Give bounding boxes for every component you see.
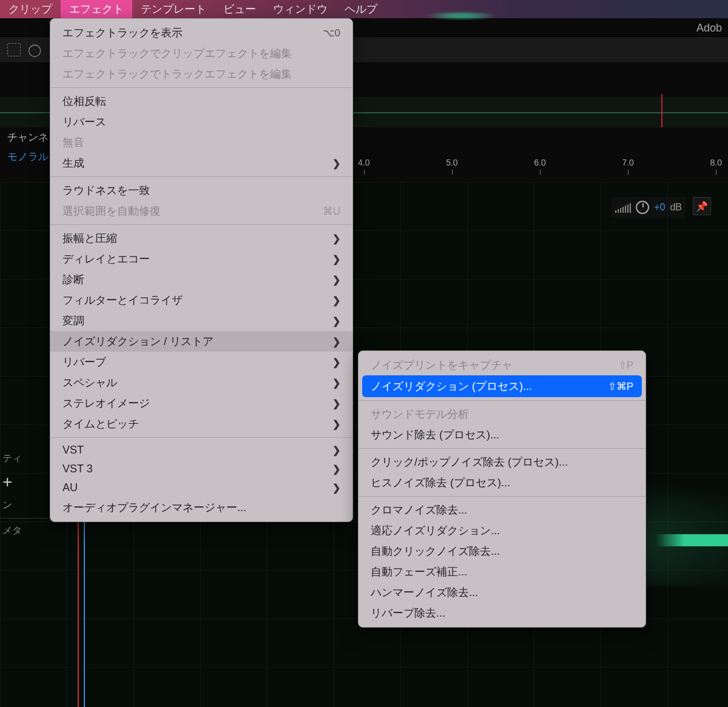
- chevron-right-icon: ❯: [332, 158, 340, 169]
- effect-menu-item[interactable]: 変調❯: [50, 310, 352, 331]
- effect-menu-item[interactable]: VST❯: [50, 441, 352, 460]
- menu-window[interactable]: ウィンドウ: [265, 0, 336, 19]
- effect-menu-item[interactable]: リバーブ❯: [50, 352, 352, 372]
- effect-menu-item: エフェクトラックでトラックエフェクトを編集: [50, 64, 352, 84]
- overview-playhead[interactable]: [661, 94, 662, 127]
- noise-reduction-menu-item[interactable]: クリック/ポップノイズ除去 (プロセス)...: [359, 452, 645, 472]
- menu-view[interactable]: ビュー: [215, 0, 265, 19]
- effect-menu-item: エフェクトラックでクリップエフェクトを編集: [50, 43, 352, 64]
- menu-separator: [359, 400, 645, 401]
- timeline-tick: 5.0: [446, 158, 457, 167]
- waveform-overview-content: [425, 11, 497, 21]
- menu-item-shortcut: ⌥0: [323, 27, 340, 39]
- chevron-right-icon: ❯: [332, 377, 340, 389]
- noise-reduction-menu-item[interactable]: ヒスノイズ除去 (プロセス)...: [359, 472, 645, 493]
- effect-menu-item[interactable]: エフェクトラックを表示⌥0: [50, 22, 352, 43]
- menu-item-label: 位相反転: [62, 94, 106, 109]
- effect-menu-item[interactable]: VST 3❯: [50, 460, 352, 478]
- channel-label: チャンネ: [7, 130, 49, 144]
- clock-icon: [636, 201, 649, 214]
- effect-menu-item[interactable]: スペシャル❯: [50, 372, 352, 393]
- menu-item-label: エフェクトラックを表示: [62, 25, 183, 40]
- chevron-right-icon: ❯: [332, 274, 340, 286]
- effect-menu-item[interactable]: 診断❯: [50, 269, 352, 290]
- menu-item-label: 選択範囲を自動修復: [62, 204, 161, 218]
- effect-menu-item[interactable]: リバース: [50, 112, 352, 132]
- timeline-tick: 8.0: [710, 158, 722, 167]
- effect-menu-dropdown: エフェクトラックを表示⌥0エフェクトラックでクリップエフェクトを編集エフェクトラ…: [50, 18, 353, 522]
- menu-item-label: スペシャル: [62, 375, 117, 390]
- menu-item-label: ノイズリダクション / リストア: [62, 334, 214, 349]
- menu-item-label: AU: [62, 481, 78, 494]
- menu-separator: [359, 448, 645, 449]
- chevron-right-icon: ❯: [332, 233, 340, 244]
- menu-item-label: リバーブ: [62, 355, 106, 369]
- timeline-tick: 7.0: [622, 158, 633, 167]
- properties-tab[interactable]: ティ: [0, 449, 49, 469]
- effect-menu-item[interactable]: 振幅と圧縮❯: [50, 228, 352, 249]
- nn-label: ン: [0, 495, 49, 515]
- noise-reduction-menu-item[interactable]: クロマノイズ除去...: [359, 500, 645, 520]
- metadata-tab[interactable]: メタ: [0, 521, 49, 541]
- menu-separator: [50, 437, 352, 438]
- menu-item-label: 振幅と圧縮: [62, 231, 117, 246]
- lasso-tool-icon[interactable]: ◯: [28, 42, 41, 57]
- noise-reduction-menu-item: ノイズプリントをキャプチャ⇧P: [359, 355, 645, 375]
- effect-menu-item[interactable]: オーディオプラグインマネージャー...: [50, 497, 352, 518]
- noise-reduction-menu-item[interactable]: 自動クリックノイズ除去...: [359, 541, 645, 561]
- menu-item-label: 適応ノイズリダクション...: [371, 523, 500, 538]
- chevron-right-icon: ❯: [332, 357, 340, 368]
- effect-menu-item[interactable]: AU❯: [50, 478, 352, 497]
- timeline-ruler[interactable]: 4.0 5.0 6.0 7.0 8.0: [352, 152, 728, 173]
- effect-menu-item[interactable]: フィルターとイコライザ❯: [50, 290, 352, 310]
- menu-item-label: ハンマーノイズ除去...: [371, 585, 478, 600]
- effect-menu-item[interactable]: 位相反転: [50, 91, 352, 112]
- menu-item-label: フィルターとイコライザ: [62, 293, 183, 307]
- noise-reduction-menu-item[interactable]: リバーブ除去...: [359, 603, 645, 623]
- chevron-right-icon: ❯: [332, 253, 340, 265]
- effect-menu-item[interactable]: ラウドネスを一致: [50, 180, 352, 201]
- menu-item-label: ヒスノイズ除去 (プロセス)...: [371, 475, 510, 490]
- menu-item-label: リバーブ除去...: [371, 606, 445, 620]
- menu-item-label: 自動クリックノイズ除去...: [371, 544, 500, 558]
- timeline-tick: 6.0: [534, 158, 545, 167]
- effect-menu-item[interactable]: ノイズリダクション / リストア❯: [50, 331, 352, 352]
- noise-reduction-menu-item[interactable]: ノイズリダクション (プロセス)...⇧⌘P: [362, 375, 642, 397]
- marquee-tool-icon[interactable]: [7, 43, 21, 56]
- noise-reduction-menu-item[interactable]: サウンド除去 (プロセス)...: [359, 424, 645, 445]
- effect-menu-item[interactable]: 生成❯: [50, 153, 352, 173]
- menu-clip[interactable]: クリップ: [0, 0, 61, 19]
- menu-item-label: 診断: [62, 272, 84, 287]
- effect-menu-item[interactable]: ディレイとエコー❯: [50, 249, 352, 269]
- waveform-burst: [655, 534, 728, 546]
- mono-label[interactable]: モノラル: [7, 150, 49, 164]
- menu-item-shortcut: ⇧⌘P: [608, 380, 633, 393]
- menu-effect[interactable]: エフェクト: [61, 0, 132, 19]
- chevron-right-icon: ❯: [332, 444, 340, 456]
- add-button[interactable]: +: [0, 469, 49, 495]
- chevron-right-icon: ❯: [332, 463, 340, 475]
- db-unit: dB: [670, 202, 682, 213]
- menu-item-label: 生成: [62, 156, 84, 170]
- amplitude-hud[interactable]: +0 dB: [612, 197, 686, 218]
- menu-item-label: 無音: [62, 135, 84, 150]
- noise-reduction-menu-item[interactable]: 自動フェーズ補正...: [359, 561, 645, 582]
- pin-button[interactable]: 📌: [693, 197, 711, 215]
- noise-reduction-menu-item[interactable]: 適応ノイズリダクション...: [359, 520, 645, 541]
- noise-reduction-menu-item[interactable]: ハンマーノイズ除去...: [359, 582, 645, 603]
- chevron-right-icon: ❯: [332, 295, 340, 306]
- menu-item-label: ディレイとエコー: [62, 252, 150, 266]
- effect-menu-item[interactable]: ステレオイメージ❯: [50, 393, 352, 414]
- chevron-right-icon: ❯: [332, 398, 340, 409]
- noise-reduction-menu-item: サウンドモデル分析: [359, 404, 645, 424]
- chevron-right-icon: ❯: [332, 418, 340, 430]
- menu-template[interactable]: テンプレート: [132, 0, 215, 19]
- menu-item-label: 変調: [62, 313, 84, 328]
- pin-icon: 📌: [696, 201, 708, 212]
- menu-item-shortcut: ⌘U: [323, 205, 340, 218]
- effect-menu-item[interactable]: タイムとピッチ❯: [50, 414, 352, 434]
- effect-menu-item: 選択範囲を自動修復⌘U: [50, 201, 352, 221]
- menu-help[interactable]: ヘルプ: [336, 0, 386, 19]
- menu-item-label: リバース: [62, 115, 106, 129]
- app-menubar: クリップ エフェクト テンプレート ビュー ウィンドウ ヘルプ: [0, 0, 728, 18]
